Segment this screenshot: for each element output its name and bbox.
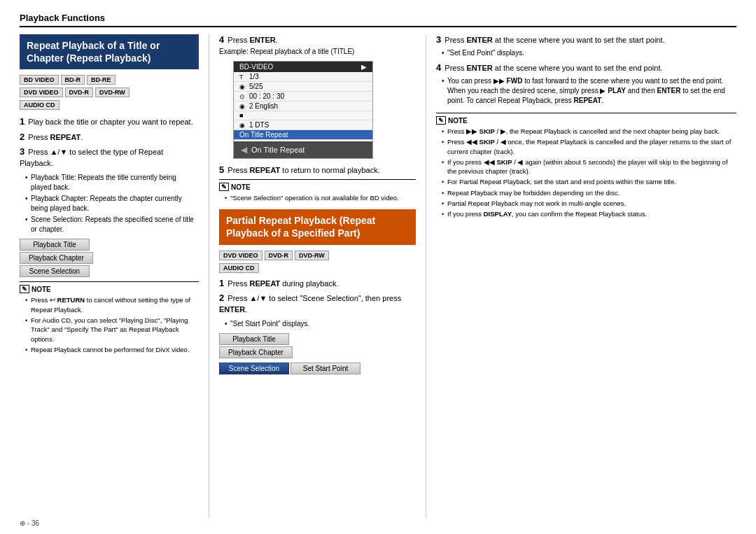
bd-row-sub: ■ bbox=[234, 111, 372, 120]
bd-row-audio: ◉ 2 English bbox=[234, 101, 372, 111]
bullet-list-section2: "Set Start Point" displays. bbox=[219, 319, 416, 329]
step-2: 2 Press REPEAT. bbox=[20, 131, 199, 143]
ui-button-s2-chapter: Playback Chapter bbox=[219, 346, 293, 358]
badge-dvd-video: DVD VIDEO bbox=[20, 87, 63, 97]
bd-screen-header: BD-VIDEO ▶ bbox=[234, 62, 372, 72]
note-bullet-scene: "Scene Selection" operation is not avail… bbox=[225, 193, 416, 202]
step-s2-2: 2 Press ▲/▼ to select "Scene Selection",… bbox=[219, 292, 416, 316]
ui-button-s2-startpoint: Set Start Point bbox=[290, 363, 360, 374]
ui-button-scene-selection: Scene Selection bbox=[20, 265, 90, 277]
col-right: 3 Press ENTER at the scene where you wan… bbox=[426, 34, 736, 518]
page: Playback Functions Repeat Playback of a … bbox=[0, 0, 756, 534]
bd-row-chapter: ◉ 5/25 bbox=[234, 82, 372, 92]
step-5-mid: 5 Press REPEAT to return to normal playb… bbox=[219, 164, 416, 175]
note-bullet-1: Press ↩ RETURN to cancel without setting… bbox=[25, 295, 199, 314]
note-icon-left: ✎ bbox=[20, 285, 29, 293]
ui-button-s2-scene: Scene Selection bbox=[219, 363, 289, 374]
badge-bd-video: BD VIDEO bbox=[20, 75, 59, 85]
step-list-section2: 1 Press REPEAT during playback. 2 Press … bbox=[219, 277, 416, 316]
main-content: Repeat Playback of a Title or Chapter (R… bbox=[20, 34, 736, 518]
section2-title: Partial Repeat Playback (Repeat Playback… bbox=[219, 209, 416, 244]
note-bullet-2: For Audio CD, you can select "Playing Di… bbox=[25, 316, 199, 344]
badge-dvd-r: DVD-R bbox=[65, 87, 94, 97]
bullet-list-left: Playback Title: Repeats the title curren… bbox=[20, 173, 199, 234]
page-footer: ⊕ - 36 bbox=[20, 519, 39, 527]
note-bullet-r2: Press ◀◀ SKIP / ◀ once, the Repeat Playb… bbox=[442, 137, 736, 156]
note-bullet-3: Repeat Playback cannot be performed for … bbox=[25, 345, 199, 354]
bd-row-repeat: On Title Repeat bbox=[234, 130, 372, 140]
section2: Partial Repeat Playback (Repeat Playback… bbox=[219, 209, 416, 374]
badge-bd-r: BD-R bbox=[61, 75, 85, 85]
note-box-right: ✎ NOTE Press ▶▶ SKIP / ▶, the Repeat Pla… bbox=[436, 113, 736, 219]
badge-row-section2-2: AUDIO CD bbox=[219, 263, 416, 273]
bullet-playback-chapter: Playback Chapter: Repeats the chapter cu… bbox=[25, 194, 199, 213]
bd-row-track: T 1/3 bbox=[234, 72, 372, 82]
on-title-repeat: On Title Repeat bbox=[234, 141, 372, 158]
bullet-scene-selection: Scene Selection: Repeats the specified s… bbox=[25, 215, 199, 234]
badge-row-left-3: AUDIO CD bbox=[20, 100, 199, 110]
note-bullets-mid: "Scene Selection" operation is not avail… bbox=[219, 193, 416, 202]
note-bullets-left: Press ↩ RETURN to cancel without setting… bbox=[20, 295, 199, 354]
bullet-fwd-note: You can press ▶▶ FWD to fast forward to … bbox=[442, 76, 736, 106]
bullet-list-right-3: "Set End Point" displays. bbox=[436, 48, 736, 58]
badge-s2-dvd-rw: DVD-RW bbox=[295, 251, 329, 260]
ui-button-row-section2: Scene Selection Set Start Point bbox=[219, 363, 416, 374]
bullet-playback-title: Playback Title: Repeats the title curren… bbox=[25, 173, 199, 192]
col-mid: 4 Press ENTER. Example: Repeat playback … bbox=[209, 34, 426, 518]
note-bullet-r7: If you press DISPLAY, you can confirm th… bbox=[442, 209, 736, 218]
badge-s2-audio-cd: AUDIO CD bbox=[219, 263, 259, 273]
note-bullet-r1: Press ▶▶ SKIP / ▶, the Repeat Playback i… bbox=[442, 127, 736, 136]
note-icon-right: ✎ bbox=[436, 116, 446, 125]
note-box-left: ✎ NOTE Press ↩ RETURN to cancel without … bbox=[20, 281, 199, 354]
ui-button-playback-chapter: Playback Chapter bbox=[20, 252, 93, 264]
step-3: 3 Press ▲/▼ to select the type of Repeat… bbox=[20, 146, 199, 169]
bd-row-dts: ◉ 1 DTS bbox=[234, 120, 372, 130]
bullet-set-end-point: "Set End Point" displays. bbox=[442, 48, 736, 58]
badge-row-left: BD VIDEO BD-R BD-RE bbox=[20, 75, 199, 85]
section-title-repeat: Repeat Playback of a Title or Chapter (R… bbox=[20, 34, 199, 69]
ui-buttons-left: Playback Title Playback Chapter Scene Se… bbox=[20, 239, 199, 277]
bullet-set-start: "Set Start Point" displays. bbox=[225, 319, 416, 329]
ui-button-playback-title: Playback Title bbox=[20, 239, 90, 251]
badge-s2-dvd-r: DVD-R bbox=[265, 251, 293, 260]
ui-button-s2-title: Playback Title bbox=[219, 333, 289, 345]
step-4-right: 4 Press ENTER at the scene where you wan… bbox=[436, 62, 736, 73]
badge-dvd-rw: DVD-RW bbox=[95, 87, 130, 97]
badge-s2-dvd-video: DVD VIDEO bbox=[219, 251, 262, 260]
bullet-list-right-4: You can press ▶▶ FWD to fast forward to … bbox=[436, 76, 736, 106]
step-s2-1: 1 Press REPEAT during playback. bbox=[219, 277, 416, 290]
note-icon-mid: ✎ bbox=[219, 183, 229, 191]
ui-buttons-section2: Playback Title Playback Chapter bbox=[219, 333, 416, 358]
col-left: Repeat Playback of a Title or Chapter (R… bbox=[20, 34, 209, 518]
bd-screen: BD-VIDEO ▶ T 1/3 ◉ 5/25 ⊙ 00 : 20 : 30 bbox=[233, 61, 373, 159]
note-bullets-right: Press ▶▶ SKIP / ▶, the Repeat Playback i… bbox=[436, 127, 736, 219]
step-1: 1 Play back the title or chapter you wan… bbox=[20, 115, 199, 128]
badge-row-left-2: DVD VIDEO DVD-R DVD-RW bbox=[20, 87, 199, 97]
note-box-mid: ✎ NOTE "Scene Selection" operation is no… bbox=[219, 179, 416, 202]
note-bullet-r3: If you press ◀◀ SKIP / ◀ again (within a… bbox=[442, 157, 736, 176]
step-list-left: 1 Play back the title or chapter you wan… bbox=[20, 115, 199, 169]
bd-row-time: ⊙ 00 : 20 : 30 bbox=[234, 92, 372, 101]
note-bullet-r4: For Partial Repeat Playback, set the sta… bbox=[442, 177, 736, 186]
badge-bd-re: BD-RE bbox=[87, 75, 115, 85]
step-3-right: 3 Press ENTER at the scene where you wan… bbox=[436, 34, 736, 45]
screen-wrapper: BD-VIDEO ▶ T 1/3 ◉ 5/25 ⊙ 00 : 20 : 30 bbox=[233, 61, 416, 159]
note-bullet-r5: Repeat Playback may be forbidden dependi… bbox=[442, 188, 736, 197]
page-title: Playback Functions bbox=[20, 13, 105, 23]
page-header: Playback Functions bbox=[20, 13, 736, 27]
step4-example: Example: Repeat playback of a title (TIT… bbox=[219, 48, 416, 55]
note-bullet-r6: Partial Repeat Playback may not work in … bbox=[442, 199, 736, 208]
badge-row-section2: DVD VIDEO DVD-R DVD-RW bbox=[219, 251, 416, 260]
badge-audio-cd: AUDIO CD bbox=[20, 100, 59, 110]
step-4-mid: 4 Press ENTER. bbox=[219, 34, 416, 45]
